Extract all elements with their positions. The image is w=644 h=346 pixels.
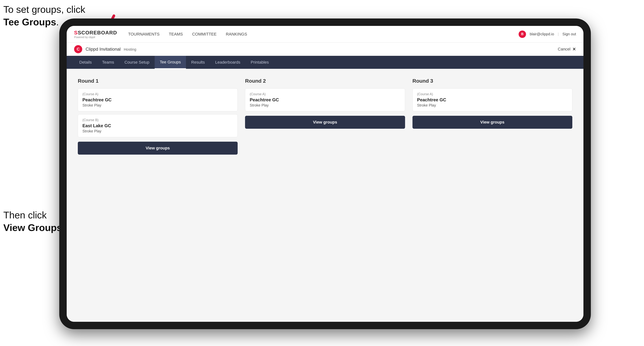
round-2-course-a-card: (Course A) Peachtree GC Stroke Play: [245, 88, 405, 111]
round-1-course-b-card: (Course B) East Lake GC Stroke Play: [78, 114, 238, 137]
round-2-title: Round 2: [245, 78, 405, 84]
tab-results[interactable]: Results: [186, 56, 210, 69]
tab-leaderboards[interactable]: Leaderboards: [210, 56, 246, 69]
rounds-container: Round 1 (Course A) Peachtree GC Stroke P…: [78, 78, 572, 155]
tab-tee-groups[interactable]: Tee Groups: [155, 56, 186, 69]
logo-text: SSCOREBOARD: [74, 30, 117, 36]
round-3-course-a-label: (Course A): [417, 92, 568, 96]
tab-teams[interactable]: Teams: [97, 56, 119, 69]
tablet-screen: SSCOREBOARD Powered by clippit TOURNAMEN…: [67, 26, 584, 322]
round-3-course-a-format: Stroke Play: [417, 103, 568, 107]
round-1-course-b-name: East Lake GC: [82, 123, 233, 128]
instruction-top-bold: Tee Groups: [3, 17, 56, 27]
round-3-course-a-name: Peachtree GC: [417, 97, 568, 102]
tablet-device: SSCOREBOARD Powered by clippit TOURNAMEN…: [59, 18, 591, 329]
nav-right: B blair@clippd.io | Sign out: [518, 30, 576, 38]
nav-tournaments[interactable]: TOURNAMENTS: [128, 32, 160, 37]
main-content: Round 1 (Course A) Peachtree GC Stroke P…: [67, 69, 584, 322]
view-groups-button-round1[interactable]: View groups: [78, 142, 238, 155]
nav-committee[interactable]: COMMITTEE: [192, 32, 216, 37]
nav-links: TOURNAMENTS TEAMS COMMITTEE RANKINGS: [128, 32, 518, 37]
round-3-course-a-card: (Course A) Peachtree GC Stroke Play: [412, 88, 572, 111]
round-2-column: Round 2 (Course A) Peachtree GC Stroke P…: [245, 78, 405, 155]
tournament-header: C Clippd Invitational Hosting Cancel ✕: [67, 42, 584, 56]
close-icon[interactable]: ✕: [572, 47, 576, 52]
tab-printables[interactable]: Printables: [246, 56, 274, 69]
round-3-title: Round 3: [412, 78, 572, 84]
view-groups-button-round2[interactable]: View groups: [245, 116, 405, 129]
round-1-course-b-format: Stroke Play: [82, 129, 233, 133]
user-email: blair@clippd.io: [530, 32, 554, 36]
sign-out-link[interactable]: Sign out: [562, 32, 576, 36]
tab-details[interactable]: Details: [74, 56, 97, 69]
round-1-course-a-card: (Course A) Peachtree GC Stroke Play: [78, 88, 238, 111]
nav-rankings[interactable]: RANKINGS: [226, 32, 247, 37]
logo-area: SSCOREBOARD Powered by clippit: [74, 30, 117, 39]
round-1-course-a-name: Peachtree GC: [82, 97, 233, 102]
tab-course-setup[interactable]: Course Setup: [119, 56, 155, 69]
round-2-course-a-name: Peachtree GC: [250, 97, 400, 102]
round-1-course-a-label: (Course A): [82, 92, 233, 96]
tournament-logo: C: [74, 45, 82, 53]
round-2-course-a-format: Stroke Play: [250, 103, 400, 107]
nav-teams[interactable]: TEAMS: [169, 32, 183, 37]
view-groups-button-round3[interactable]: View groups: [412, 116, 572, 129]
round-3-column: Round 3 (Course A) Peachtree GC Stroke P…: [412, 78, 572, 155]
instruction-bottom-line1: Then click: [3, 210, 47, 220]
top-nav: SSCOREBOARD Powered by clippit TOURNAMEN…: [67, 26, 584, 42]
round-1-column: Round 1 (Course A) Peachtree GC Stroke P…: [78, 78, 238, 155]
cancel-button[interactable]: Cancel: [558, 47, 570, 52]
round-1-course-b-label: (Course B): [82, 118, 233, 122]
tournament-name: Clippd Invitational Hosting: [86, 47, 558, 52]
round-2-course-a-label: (Course A): [250, 92, 400, 96]
user-avatar: B: [518, 30, 526, 38]
hosting-badge: Hosting: [124, 47, 136, 51]
logo-sub: Powered by clippit: [74, 36, 117, 39]
instruction-bottom: Then click View Groups.: [3, 209, 65, 234]
round-1-title: Round 1: [78, 78, 238, 84]
sub-nav: Details Teams Course Setup Tee Groups Re…: [67, 56, 584, 69]
round-1-course-a-format: Stroke Play: [82, 103, 233, 107]
